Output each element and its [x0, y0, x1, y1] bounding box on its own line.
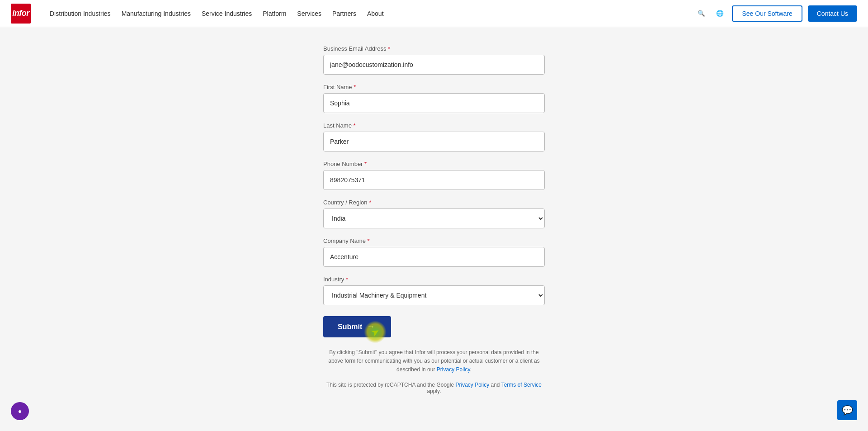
- first-name-input[interactable]: [323, 93, 545, 113]
- first-name-label: First Name *: [323, 84, 545, 90]
- chat-widget[interactable]: 💬: [837, 400, 857, 420]
- country-region-select[interactable]: India United States United Kingdom Germa…: [323, 208, 545, 228]
- main-nav: Distribution Industries Manufacturing In…: [45, 6, 388, 21]
- arrow-right-icon: →: [367, 322, 375, 332]
- infor-logo[interactable]: infor: [11, 4, 31, 24]
- disclaimer-text: By clicking "Submit" you agree that Info…: [323, 348, 545, 374]
- phone-number-label: Phone Number *: [323, 161, 545, 167]
- business-email-input[interactable]: [323, 55, 545, 75]
- main-content: Business Email Address * First Name * La…: [0, 27, 868, 431]
- submit-button[interactable]: Submit →: [323, 316, 391, 337]
- recaptcha-privacy-link[interactable]: Privacy Policy: [455, 382, 489, 388]
- nav-distribution-industries[interactable]: Distribution Industries: [45, 6, 115, 21]
- recaptcha-terms-link[interactable]: Terms of Service: [501, 382, 542, 388]
- industry-select[interactable]: Industrial Machinery & Equipment Manufac…: [323, 285, 545, 305]
- header-right: 🔍 🌐 See Our Software Contact Us: [695, 5, 857, 22]
- nav-manufacturing-industries[interactable]: Manufacturing Industries: [117, 6, 195, 21]
- purple-widget-icon: ●: [18, 407, 22, 415]
- nav-service-industries[interactable]: Service Industries: [197, 6, 256, 21]
- company-name-group: Company Name *: [323, 237, 545, 267]
- first-name-group: First Name *: [323, 84, 545, 113]
- purple-widget[interactable]: ●: [11, 402, 29, 420]
- logo-text: infor: [12, 9, 29, 18]
- last-name-group: Last Name *: [323, 122, 545, 152]
- privacy-policy-link[interactable]: Privacy Policy: [437, 366, 470, 373]
- country-region-label: Country / Region *: [323, 199, 545, 206]
- nav-partners[interactable]: Partners: [328, 6, 361, 21]
- nav-about[interactable]: About: [363, 6, 388, 21]
- business-email-label: Business Email Address *: [323, 45, 545, 52]
- see-software-button[interactable]: See Our Software: [732, 5, 802, 22]
- submit-label: Submit: [338, 323, 362, 331]
- company-name-label: Company Name *: [323, 237, 545, 244]
- country-region-group: Country / Region * India United States U…: [323, 199, 545, 228]
- search-icon: 🔍: [698, 10, 705, 17]
- recaptcha-notice: This site is protected by reCAPTCHA and …: [323, 382, 545, 394]
- chat-icon: 💬: [842, 405, 853, 416]
- phone-number-group: Phone Number *: [323, 161, 545, 190]
- header-left: infor Distribution Industries Manufactur…: [11, 4, 388, 24]
- nav-services[interactable]: Services: [292, 6, 326, 21]
- form-container: Business Email Address * First Name * La…: [323, 45, 545, 394]
- contact-us-button[interactable]: Contact Us: [808, 5, 857, 22]
- submit-area: Submit → ➤: [323, 316, 545, 337]
- language-button[interactable]: 🌐: [713, 7, 726, 19]
- last-name-input[interactable]: [323, 132, 545, 152]
- last-name-label: Last Name *: [323, 122, 545, 129]
- business-email-group: Business Email Address *: [323, 45, 545, 75]
- industry-group: Industry * Industrial Machinery & Equipm…: [323, 276, 545, 305]
- nav-platform[interactable]: Platform: [258, 6, 291, 21]
- search-button[interactable]: 🔍: [695, 7, 708, 19]
- industry-label: Industry *: [323, 276, 545, 283]
- globe-icon: 🌐: [716, 10, 724, 17]
- header: infor Distribution Industries Manufactur…: [0, 0, 868, 27]
- company-name-input[interactable]: [323, 247, 545, 267]
- phone-number-input[interactable]: [323, 170, 545, 190]
